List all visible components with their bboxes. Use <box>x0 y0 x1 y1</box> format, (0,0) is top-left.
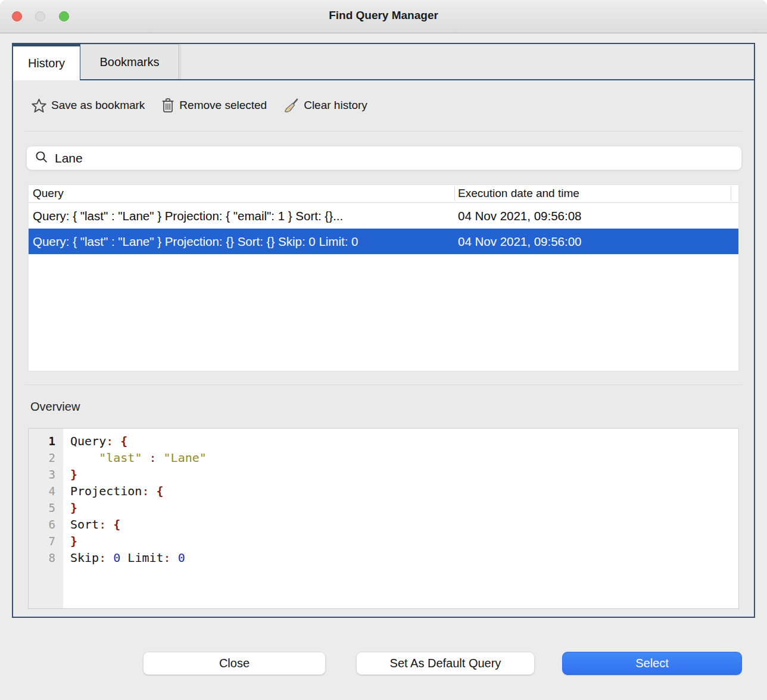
broom-icon <box>283 97 300 114</box>
main-panel: History Bookmarks Save as bookmark <box>12 43 755 618</box>
clear-history-button[interactable]: Clear history <box>283 97 367 114</box>
tab-strip-edge <box>180 45 181 79</box>
select-button[interactable]: Select <box>562 652 742 675</box>
column-header-date: Execution date and time <box>458 187 579 200</box>
section-divider <box>25 385 742 385</box>
history-table: Query Execution date and time Query: { "… <box>28 185 739 371</box>
column-separator[interactable] <box>731 186 731 201</box>
table-row-selected[interactable]: Query: { "last" : "Lane" } Projection: {… <box>29 229 738 254</box>
history-toolbar: Save as bookmark Remove selected <box>31 92 367 119</box>
select-button-label: Select <box>635 657 669 670</box>
overview-label: Overview <box>30 400 80 414</box>
search-input[interactable] <box>55 151 734 165</box>
tab-bookmarks-label: Bookmarks <box>99 55 159 69</box>
close-button-label: Close <box>219 657 250 670</box>
trash-icon <box>161 98 175 113</box>
close-button[interactable]: Close <box>143 652 326 675</box>
save-as-bookmark-button[interactable]: Save as bookmark <box>31 98 145 114</box>
column-separator[interactable] <box>454 186 455 201</box>
table-header: Query Execution date and time <box>29 185 738 203</box>
row-query-text: Query: { "last" : "Lane" } Projection: {… <box>29 209 454 223</box>
window-title: Find Query Manager <box>0 9 767 22</box>
tab-history-label: History <box>28 57 65 70</box>
remove-selected-button[interactable]: Remove selected <box>161 98 267 113</box>
set-as-default-query-label: Set As Default Query <box>390 657 501 670</box>
query-overview-editor[interactable]: 12345678 Query: { "last" : "Lane"}Projec… <box>28 428 739 609</box>
search-icon <box>34 149 49 167</box>
row-query-text: Query: { "last" : "Lane" } Projection: {… <box>29 235 454 249</box>
remove-selected-label: Remove selected <box>179 99 267 112</box>
row-date-text: 04 Nov 2021, 09:56:00 <box>454 235 581 249</box>
code-lines[interactable]: Query: { "last" : "Lane"}Projection: {}S… <box>63 429 738 608</box>
toolbar-divider <box>25 131 742 132</box>
clear-history-label: Clear history <box>304 99 367 112</box>
tab-strip: History Bookmarks <box>13 44 754 80</box>
tab-bookmarks[interactable]: Bookmarks <box>80 44 179 79</box>
search-field <box>26 146 742 170</box>
column-header-query: Query <box>33 187 64 200</box>
save-as-bookmark-label: Save as bookmark <box>51 99 145 112</box>
row-date-text: 04 Nov 2021, 09:56:08 <box>454 209 581 223</box>
line-number-gutter: 12345678 <box>29 429 63 608</box>
title-bar: Find Query Manager <box>0 0 767 33</box>
table-row[interactable]: Query: { "last" : "Lane" } Projection: {… <box>29 203 738 229</box>
set-as-default-query-button[interactable]: Set As Default Query <box>356 652 535 675</box>
star-icon <box>31 98 47 114</box>
find-query-manager-window: Find Query Manager History Bookmarks Sav… <box>0 0 767 700</box>
tab-history[interactable]: History <box>13 44 80 80</box>
